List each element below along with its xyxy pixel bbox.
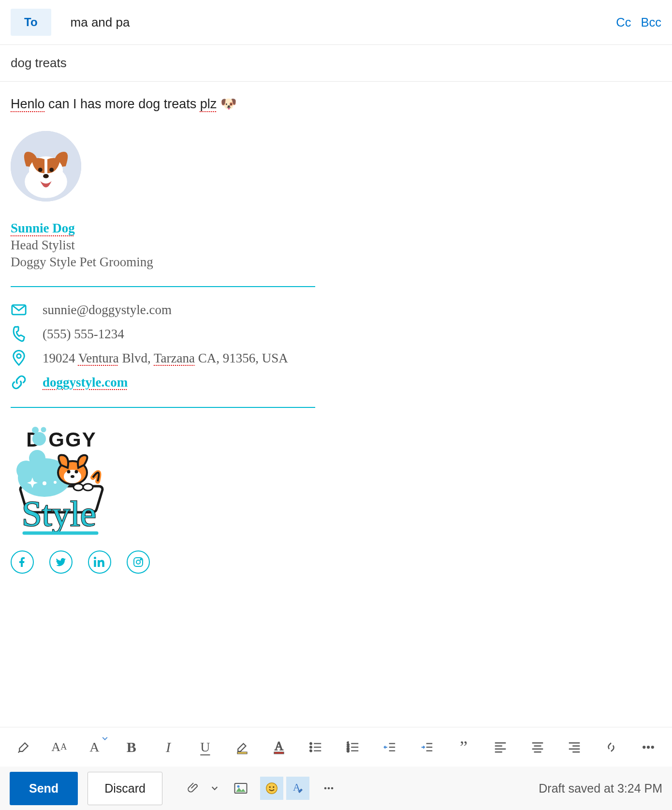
- instagram-link[interactable]: [127, 550, 150, 574]
- svg-point-5: [43, 174, 49, 178]
- facebook-icon: [16, 556, 28, 568]
- svg-point-69: [269, 786, 271, 788]
- svg-point-36: [310, 750, 312, 752]
- discard-button[interactable]: Discard: [88, 772, 162, 805]
- svg-point-10: [32, 427, 39, 434]
- align-left-icon[interactable]: [491, 738, 510, 757]
- recipient-input[interactable]: [71, 15, 607, 30]
- subject-row: [0, 45, 672, 82]
- svg-point-68: [266, 783, 278, 794]
- facebook-link[interactable]: [11, 550, 34, 574]
- svg-text:A: A: [275, 740, 283, 752]
- insert-picture-icon[interactable]: [229, 777, 252, 800]
- svg-marker-66: [236, 788, 246, 792]
- divider: [11, 286, 315, 287]
- svg-point-62: [643, 746, 645, 748]
- svg-point-4: [49, 168, 54, 172]
- font-style-icon[interactable]: A: [85, 738, 103, 757]
- format-painter-icon[interactable]: [15, 738, 33, 757]
- contact-email-row: sunnie@doggystyle.com: [11, 302, 661, 318]
- editor-toggle-icon[interactable]: A: [286, 777, 309, 800]
- contact-phone-row: (555) 555-1234: [11, 326, 661, 342]
- format-toolbar: AA A B I U A 123 ”: [0, 727, 672, 767]
- svg-point-73: [328, 787, 330, 790]
- svg-point-16: [54, 481, 57, 484]
- bottom-bar: Send Discard A Draft saved at 3:24 PM: [0, 767, 672, 810]
- svg-point-19: [67, 470, 71, 474]
- divider: [11, 407, 315, 408]
- linkedin-link[interactable]: [88, 550, 111, 574]
- body-word-henlo: Henlo: [11, 97, 45, 111]
- svg-point-23: [83, 484, 93, 491]
- svg-point-7: [17, 354, 21, 359]
- body-word-plz: plz: [200, 97, 217, 111]
- social-links: [11, 550, 661, 574]
- svg-point-9: [32, 432, 46, 446]
- contact-address: 19024 Ventura Blvd, Tarzana CA, 91356, U…: [43, 351, 288, 366]
- company-logo: D GGY: [11, 424, 112, 538]
- recipient-row: To Cc Bcc: [0, 0, 672, 45]
- quote-icon[interactable]: ”: [454, 738, 473, 757]
- more-format-icon[interactable]: [639, 738, 657, 757]
- align-right-icon[interactable]: [565, 738, 584, 757]
- map-pin-icon: [11, 350, 27, 366]
- svg-rect-29: [237, 752, 247, 754]
- increase-indent-icon[interactable]: [417, 738, 436, 757]
- svg-point-11: [41, 427, 46, 433]
- attach-icon[interactable]: [182, 777, 205, 800]
- more-actions-icon[interactable]: [317, 777, 340, 800]
- contact-website-link[interactable]: doggystyle.com: [43, 375, 128, 390]
- align-center-icon[interactable]: [528, 738, 546, 757]
- body-text-line: Henlo can I has more dog treats plz 🐶: [11, 96, 661, 112]
- instagram-icon: [132, 556, 144, 568]
- svg-point-20: [75, 470, 78, 474]
- subject-input[interactable]: [11, 56, 661, 71]
- signature-block: Sunnie Dog Head Stylist Doggy Style Pet …: [11, 131, 661, 574]
- dog-face-emoji: 🐶: [220, 97, 237, 111]
- twitter-link[interactable]: [49, 550, 73, 574]
- envelope-icon: [11, 302, 27, 318]
- bcc-button[interactable]: Bcc: [641, 15, 661, 29]
- signature-company: Doggy Style Pet Grooming: [11, 255, 661, 270]
- svg-point-72: [324, 787, 327, 790]
- avatar: [11, 131, 81, 202]
- contact-website-row: doggystyle.com: [11, 374, 661, 391]
- svg-point-34: [310, 746, 312, 748]
- svg-point-27: [136, 560, 140, 564]
- cc-button[interactable]: Cc: [616, 15, 631, 29]
- svg-point-63: [647, 746, 649, 748]
- draft-status: Draft saved at 3:24 PM: [539, 781, 662, 796]
- highlight-icon[interactable]: [233, 738, 251, 757]
- phone-icon: [11, 326, 27, 342]
- svg-text:3: 3: [347, 748, 349, 753]
- decrease-indent-icon[interactable]: [380, 738, 399, 757]
- send-button[interactable]: Send: [10, 772, 78, 805]
- emoji-icon[interactable]: [260, 777, 283, 800]
- insert-link-icon[interactable]: [602, 738, 620, 757]
- svg-point-32: [310, 742, 312, 744]
- bullets-icon[interactable]: [307, 738, 325, 757]
- svg-point-21: [71, 475, 74, 478]
- link-icon: [11, 374, 27, 391]
- underline-icon[interactable]: U: [196, 738, 214, 757]
- svg-point-74: [331, 787, 334, 790]
- numbering-icon[interactable]: 123: [344, 738, 362, 757]
- contact-address-row: 19024 Ventura Blvd, Tarzana CA, 91356, U…: [11, 350, 661, 366]
- bold-icon[interactable]: B: [122, 738, 141, 757]
- twitter-icon: [55, 556, 67, 568]
- svg-point-3: [38, 168, 43, 172]
- font-color-icon[interactable]: A: [270, 738, 288, 757]
- svg-point-28: [140, 559, 141, 560]
- email-body[interactable]: Henlo can I has more dog treats plz 🐶 Su…: [0, 82, 672, 727]
- svg-point-67: [237, 785, 239, 788]
- font-size-icon[interactable]: AA: [51, 738, 67, 757]
- svg-point-14: [29, 450, 45, 466]
- svg-rect-31: [274, 752, 284, 754]
- italic-icon[interactable]: I: [159, 738, 177, 757]
- attach-dropdown-icon[interactable]: [208, 777, 221, 800]
- linkedin-icon: [94, 556, 105, 568]
- signature-name: Sunnie Dog: [11, 221, 661, 236]
- signature-name-link[interactable]: Sunnie Dog: [11, 221, 75, 235]
- svg-text:Style: Style: [22, 493, 96, 534]
- to-button[interactable]: To: [11, 9, 51, 36]
